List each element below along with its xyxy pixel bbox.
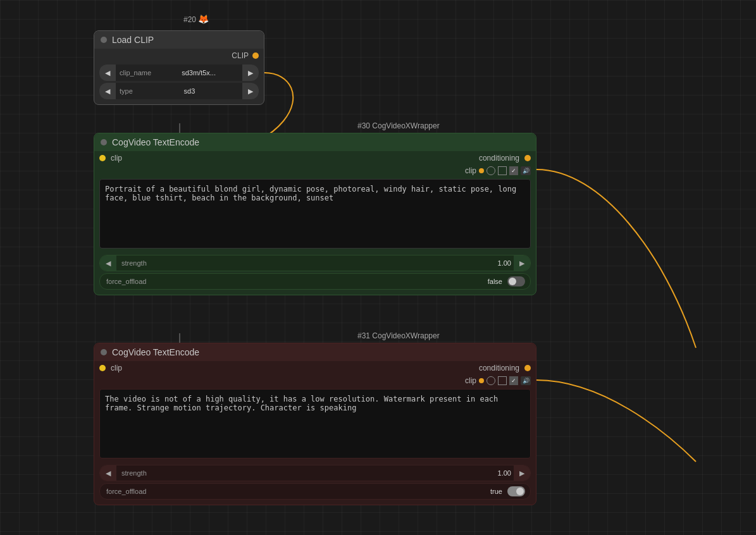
textencode-31-check-btn[interactable]: ✓ (509, 376, 518, 385)
textencode-30-header: CogVideo TextEncode (94, 133, 536, 151)
textencode-31-clip-controls: ✓ 🔊 (486, 376, 531, 385)
textencode-31-force-offload-value: true (485, 488, 507, 495)
textencode-30-prompt[interactable] (99, 179, 531, 249)
textencode-31-conditioning-label: conditioning (479, 364, 519, 372)
textencode-30-conditioning-dot[interactable] (524, 155, 531, 161)
textencode-30-circle-btn-1[interactable] (486, 166, 495, 175)
clip-name-value: sd3m/t5x... (155, 69, 242, 77)
textencode-30-strength-prev[interactable]: ◀ (100, 255, 116, 271)
textencode-31-strength-prev[interactable]: ◀ (100, 465, 116, 481)
textencode-31-clip-sub-row: clip ✓ 🔊 (94, 375, 536, 386)
type-stepper[interactable]: ◀ type sd3 ▶ (99, 83, 259, 99)
textencode-30-strength-slider[interactable]: ◀ strength 1.00 ▶ (99, 255, 531, 271)
clip-name-prev-btn[interactable]: ◀ (99, 65, 116, 81)
textencode-31-clip-row: clip conditioning (94, 361, 536, 375)
clip-output-row: CLIP (94, 49, 264, 63)
type-prev-btn[interactable]: ◀ (99, 83, 116, 99)
textencode-30-node: CogVideo TextEncode clip conditioning cl… (94, 133, 536, 295)
textencode-31-force-offload-row: force_offload true (99, 483, 531, 500)
textencode-31-prompt[interactable] (99, 389, 531, 458)
textencode-31-clip-in-dot[interactable] (99, 365, 106, 371)
clip-output-label: CLIP (232, 51, 249, 60)
textencode-31-square-btn[interactable] (498, 376, 507, 385)
wrapper-label-31: #31 CogVideoXWrapper (357, 331, 440, 340)
textencode-31-speaker-btn[interactable]: 🔊 (521, 376, 531, 385)
clip-name-stepper[interactable]: ◀ clip_name sd3m/t5x... ▶ (99, 65, 259, 81)
type-next-btn[interactable]: ▶ (242, 83, 259, 99)
textencode-30-toggle-thumb (509, 278, 516, 285)
textencode-30-check-btn[interactable]: ✓ (509, 166, 518, 175)
textencode-31-clip-out-dot[interactable] (479, 378, 484, 383)
clip-output-connector[interactable] (252, 52, 259, 59)
node-20-label: #20 🦊 (183, 14, 209, 24)
textencode-30-force-offload-label: force_offload (100, 278, 483, 285)
textencode-30-strength-next[interactable]: ▶ (514, 255, 530, 271)
textencode-30-conditioning-label: conditioning (479, 154, 519, 163)
textencode-30-clip-row: clip conditioning (94, 151, 536, 165)
textencode-31-strength-next[interactable]: ▶ (514, 465, 530, 481)
textencode-31-strength-label: strength (116, 469, 495, 477)
clip-name-next-btn[interactable]: ▶ (242, 65, 259, 81)
textencode-30-force-offload-toggle[interactable] (507, 276, 525, 286)
textencode-31-force-offload-label: force_offload (100, 488, 485, 495)
textencode-30-strength-label: strength (116, 259, 495, 267)
load-clip-header: Load CLIP (94, 31, 264, 49)
load-clip-status (101, 37, 107, 43)
textencode-31-toggle-thumb (516, 488, 524, 495)
textencode-31-header: CogVideo TextEncode (94, 343, 536, 361)
textencode-30-clip-out-label: clip (465, 166, 476, 175)
textencode-31-clip-out-label: clip (465, 376, 476, 385)
textencode-31-status (101, 349, 107, 355)
type-value: sd3 (137, 87, 242, 95)
textencode-30-clip-in-label: clip (111, 154, 122, 163)
textencode-31-circle-btn-1[interactable] (486, 376, 495, 385)
textencode-31-conditioning-dot[interactable] (524, 365, 531, 371)
textencode-30-status (101, 139, 107, 145)
textencode-30-clip-out-dot[interactable] (479, 168, 484, 173)
textencode-31-title: CogVideo TextEncode (112, 347, 199, 357)
textencode-30-speaker-btn[interactable]: 🔊 (521, 166, 531, 175)
type-label: type (116, 87, 137, 95)
textencode-30-strength-value: 1.00 (495, 259, 514, 267)
textencode-30-square-btn[interactable] (498, 166, 507, 175)
load-clip-title: Load CLIP (112, 35, 154, 45)
textencode-31-node: CogVideo TextEncode clip conditioning cl… (94, 343, 536, 505)
wrapper-label-30: #30 CogVideoXWrapper (357, 121, 440, 130)
textencode-31-strength-slider[interactable]: ◀ strength 1.00 ▶ (99, 465, 531, 481)
textencode-30-clip-controls: ✓ 🔊 (486, 166, 531, 175)
textencode-30-title: CogVideo TextEncode (112, 137, 199, 147)
textencode-31-strength-value: 1.00 (495, 469, 514, 477)
textencode-30-force-offload-value: false (483, 278, 507, 285)
textencode-30-clip-in-dot[interactable] (99, 155, 106, 161)
textencode-31-clip-in-label: clip (111, 364, 122, 372)
textencode-30-force-offload-row: force_offload false (99, 273, 531, 290)
textencode-31-force-offload-toggle[interactable] (507, 486, 525, 496)
load-clip-node: Load CLIP CLIP ◀ clip_name sd3m/t5x... ▶… (94, 30, 264, 105)
clip-name-label: clip_name (116, 69, 155, 77)
textencode-30-clip-sub-row: clip ✓ 🔊 (94, 165, 536, 176)
